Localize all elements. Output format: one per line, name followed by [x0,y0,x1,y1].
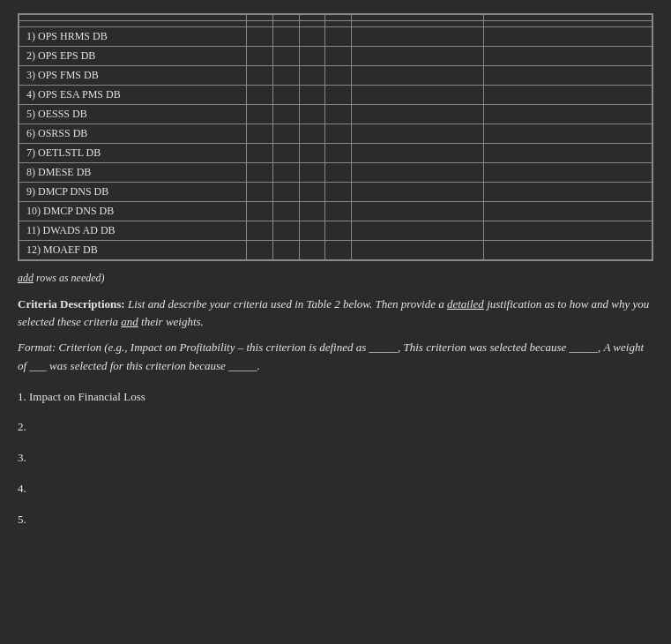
table-cell [272,27,299,47]
numbered-item: 2. [18,418,653,437]
numbered-items-section: 1. Impact on Financial Loss2.3.4.5. [18,388,653,529]
weight-criteria-cell [19,21,246,27]
criteria-desc-label: Criteria Descriptions: [18,297,125,311]
table-row: 2) OPS EPS DB [19,47,652,66]
table-cell [272,144,299,163]
table-cell [325,202,352,221]
numbered-item: 4. [18,480,653,498]
col5-header [352,14,483,21]
table-cell [483,105,652,124]
main-table-container: 1) OPS HRMS DB2) OPS EPS DB3) OPS FMS DB… [18,13,653,261]
table-cell [272,105,299,124]
table-cell [246,27,272,47]
criteria-desc-and: and [121,315,138,328]
table-cell [352,124,483,144]
table-cell [246,105,272,124]
table-cell [352,86,483,105]
table-cell [352,202,483,221]
table-cell [483,47,652,66]
table-cell [299,144,325,163]
table-cell [325,144,352,163]
criteria-header-cell [19,14,246,21]
table-row: 4) OPS ESA PMS DB [19,86,652,105]
table-cell [325,105,352,124]
table-cell [299,27,325,47]
table-cell [352,105,483,124]
weight-col2 [272,21,299,27]
table-cell [352,221,483,241]
col2-header [272,14,299,21]
numbered-item: 1. Impact on Financial Loss [18,388,653,407]
numbered-item: 5. [18,511,653,529]
table-row: 9) DMCP DNS DB [19,183,652,202]
table-cell [483,124,652,144]
table-cell [483,144,652,163]
criteria-desc-detailed: detailed [447,297,484,311]
table-cell [246,202,272,221]
table-cell [325,47,352,66]
col6-header [483,14,652,21]
table-cell [325,183,352,202]
col3-header [299,14,325,21]
table-cell [299,86,325,105]
table-cell [246,144,272,163]
add-rows-note: add rows as needed) [18,272,653,285]
table-row: 11) DWADS AD DB [19,221,652,241]
table-row: 6) OSRSS DB [19,124,652,144]
table-row: 1) OPS HRMS DB [19,27,652,47]
weighted-total-cell [352,21,483,27]
table-cell [246,124,272,144]
asset-name-cell: 4) OPS ESA PMS DB [19,86,246,105]
table-cell [325,221,352,241]
table-cell [299,202,325,221]
table-cell [325,241,352,261]
table-cell [352,66,483,86]
table-cell [299,124,325,144]
table-cell [299,66,325,86]
asset-name-cell: 6) OSRSS DB [19,124,246,144]
asset-name-cell: 5) OESSS DB [19,105,246,124]
table-row: 12) MOAEF DB [19,241,652,261]
table-cell [325,66,352,86]
table-row: 5) OESSS DB [19,105,652,124]
table-cell [325,163,352,183]
criteria-table: 1) OPS HRMS DB2) OPS EPS DB3) OPS FMS DB… [18,13,653,261]
weight-col1 [246,21,272,27]
asset-name-cell: 8) DMESE DB [19,163,246,183]
criteria-desc-text3: their weights. [138,315,204,328]
table-cell [352,163,483,183]
weight-col4 [325,21,352,27]
col1-header [246,14,272,21]
table-cell [272,66,299,86]
table-cell [325,124,352,144]
asset-name-cell: 12) MOAEF DB [19,241,246,261]
table-cell [272,202,299,221]
table-row: 8) DMESE DB [19,163,652,183]
table-cell [352,183,483,202]
table-cell [272,183,299,202]
table-cell [483,66,652,86]
table-cell [272,163,299,183]
table-cell [325,86,352,105]
criteria-desc-paragraph: Criteria Descriptions: List and describe… [18,296,653,330]
table-cell [272,124,299,144]
table-cell [352,47,483,66]
table-cell [272,47,299,66]
format-section: Format: Criterion (e.g., Impact on Profi… [18,339,653,376]
numbered-item: 3. [18,449,653,468]
table-cell [483,86,652,105]
criteria-descriptions-section: Criteria Descriptions: List and describe… [18,296,653,330]
table-cell [483,202,652,221]
asset-name-cell: 10) DMCP DNS DB [19,202,246,221]
asset-name-cell: 7) OETLSTL DB [19,144,246,163]
table-cell [352,241,483,261]
table-cell [299,241,325,261]
table-cell [246,163,272,183]
table-cell [483,221,652,241]
table-cell [299,105,325,124]
table-cell [299,221,325,241]
table-cell [246,47,272,66]
asset-name-cell: 9) DMCP DNS DB [19,183,246,202]
weight-col3 [299,21,325,27]
table-cell [483,183,652,202]
